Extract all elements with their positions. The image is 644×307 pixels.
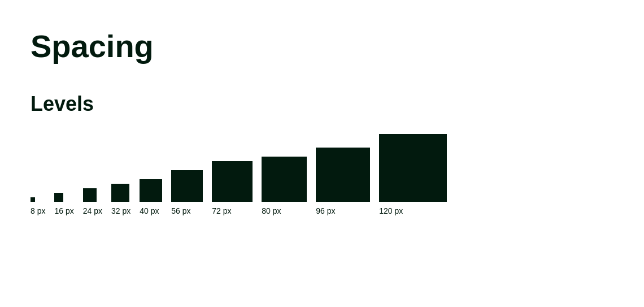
spacing-item: 120 px bbox=[379, 134, 447, 215]
spacing-item: 16 px bbox=[54, 193, 73, 215]
spacing-item: 56 px bbox=[171, 170, 203, 215]
spacing-item: 8 px bbox=[31, 197, 45, 215]
spacing-label: 32 px bbox=[111, 206, 130, 215]
spacing-box bbox=[140, 179, 162, 202]
spacing-box bbox=[54, 193, 63, 202]
spacing-items-list: 8 px16 px24 px32 px40 px56 px72 px80 px9… bbox=[31, 134, 613, 215]
page-container: Spacing Levels 8 px16 px24 px32 px40 px5… bbox=[0, 0, 644, 307]
spacing-label: 72 px bbox=[212, 206, 231, 215]
spacing-item: 32 px bbox=[111, 184, 130, 215]
spacing-label: 40 px bbox=[140, 206, 159, 215]
spacing-item: 40 px bbox=[140, 179, 162, 215]
spacing-label: 56 px bbox=[171, 206, 190, 215]
spacing-box bbox=[171, 170, 203, 202]
spacing-box bbox=[262, 157, 307, 202]
spacing-box bbox=[31, 197, 35, 202]
spacing-box bbox=[111, 184, 129, 202]
page-title: Spacing bbox=[31, 27, 613, 65]
levels-section: Levels 8 px16 px24 px32 px40 px56 px72 p… bbox=[31, 92, 613, 215]
spacing-label: 120 px bbox=[379, 206, 403, 215]
spacing-box bbox=[379, 134, 447, 202]
spacing-box bbox=[316, 148, 370, 202]
spacing-label: 96 px bbox=[316, 206, 335, 215]
spacing-label: 8 px bbox=[31, 206, 45, 215]
spacing-item: 96 px bbox=[316, 148, 370, 215]
spacing-box bbox=[212, 161, 253, 202]
spacing-label: 80 px bbox=[262, 206, 281, 215]
spacing-item: 80 px bbox=[262, 157, 307, 215]
spacing-label: 24 px bbox=[83, 206, 102, 215]
spacing-item: 72 px bbox=[212, 161, 253, 215]
levels-section-title: Levels bbox=[31, 92, 613, 116]
spacing-box bbox=[83, 188, 97, 202]
spacing-label: 16 px bbox=[54, 206, 73, 215]
spacing-item: 24 px bbox=[83, 188, 102, 215]
